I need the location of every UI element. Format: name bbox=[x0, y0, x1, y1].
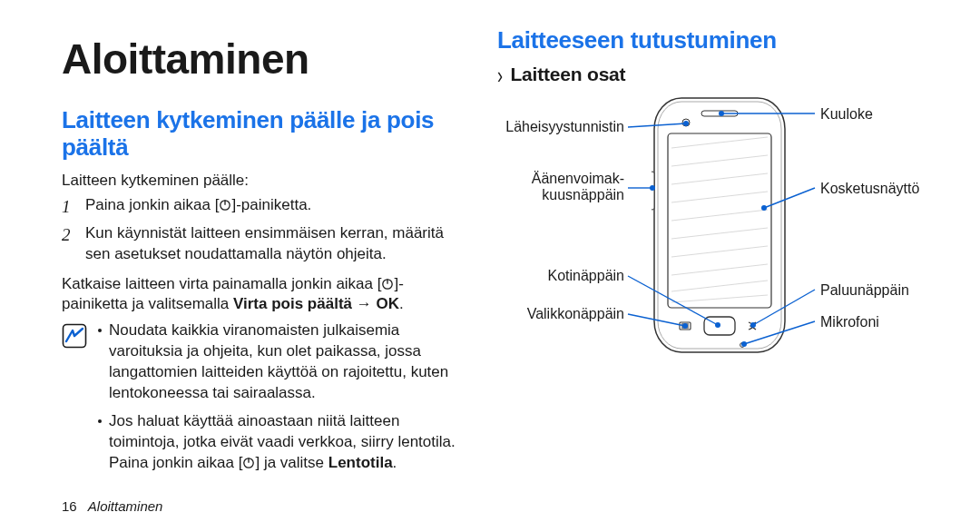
svg-point-40 bbox=[761, 205, 767, 211]
right-column: Laitteeseen tutustuminen › Laitteen osat bbox=[497, 27, 924, 481]
steps-list: 1 Paina jonkin aikaa []-painiketta. 2 Ku… bbox=[62, 195, 461, 269]
svg-point-34 bbox=[715, 322, 720, 328]
svg-point-32 bbox=[650, 185, 655, 191]
step-number: 2 bbox=[62, 223, 76, 269]
label-volume: Äänenvoimak-kuusnäppäin bbox=[497, 171, 624, 204]
label-home: Kotinäppäin bbox=[497, 268, 624, 284]
svg-line-33 bbox=[628, 276, 718, 325]
label-proximity: Läheisyystunnistin bbox=[497, 119, 624, 135]
label-back: Paluunäppäin bbox=[820, 282, 909, 299]
svg-line-35 bbox=[628, 314, 685, 326]
svg-line-29 bbox=[628, 123, 686, 127]
leader-lines bbox=[497, 94, 924, 375]
power-icon bbox=[219, 199, 231, 212]
chevron-right-icon: › bbox=[497, 64, 503, 90]
note-icon bbox=[62, 323, 87, 349]
label-mic: Mikrofoni bbox=[820, 314, 879, 330]
note-text: Noudata kaikkia viranomaisten julkaisemi… bbox=[109, 320, 461, 404]
svg-line-41 bbox=[753, 290, 815, 325]
left-column: Laitteen kytkeminen päälle ja pois päält… bbox=[62, 107, 461, 481]
page-footer: 16 Aloittaminen bbox=[62, 498, 162, 514]
section-heading-power: Laitteen kytkeminen päälle ja pois päält… bbox=[62, 107, 461, 162]
svg-line-39 bbox=[764, 188, 815, 208]
step-1: 1 Paina jonkin aikaa []-painiketta. bbox=[62, 195, 461, 220]
step-number: 1 bbox=[62, 195, 76, 220]
intro-text: Laitteen kytkeminen päälle: bbox=[62, 171, 461, 192]
power-icon bbox=[242, 457, 255, 469]
label-menu: Valikkonäppäin bbox=[497, 306, 624, 322]
svg-point-36 bbox=[682, 323, 688, 329]
power-icon bbox=[381, 278, 394, 291]
label-touchscreen: Kosketusnäyttö bbox=[820, 181, 919, 197]
columns: Laitteen kytkeminen päälle ja pois päält… bbox=[62, 107, 924, 481]
step-text: Paina jonkin aikaa []-painiketta. bbox=[85, 195, 311, 216]
subheading: Laitteen osat bbox=[510, 64, 625, 84]
step-text: Kun käynnistät laitteen ensimmäisen kerr… bbox=[85, 223, 461, 265]
page-number: 16 bbox=[62, 498, 77, 514]
note-item: Jos haluat käyttää ainoastaan niitä lait… bbox=[98, 411, 461, 478]
note-block: Noudata kaikkia viranomaisten julkaisemi… bbox=[62, 320, 461, 481]
section-heading-device: Laitteeseen tutustuminen bbox=[497, 27, 924, 54]
svg-point-38 bbox=[719, 111, 724, 116]
step-2: 2 Kun käynnistät laitteen ensimmäisen ke… bbox=[62, 223, 461, 269]
subheading-row: › Laitteen osat bbox=[497, 64, 924, 86]
device-diagram: Läheisyystunnistin Äänenvoimak-kuusnäppä… bbox=[497, 94, 924, 375]
bullet-icon bbox=[98, 419, 102, 423]
bullet-icon bbox=[98, 329, 102, 332]
note-text: Jos haluat käyttää ainoastaan niitä lait… bbox=[109, 411, 461, 474]
svg-point-44 bbox=[741, 341, 747, 347]
section-name: Aloittaminen bbox=[88, 498, 163, 514]
svg-point-30 bbox=[683, 121, 689, 126]
svg-point-42 bbox=[750, 322, 756, 328]
note-list: Noudata kaikkia viranomaisten julkaisemi… bbox=[98, 320, 461, 481]
note-item: Noudata kaikkia viranomaisten julkaisemi… bbox=[98, 320, 461, 408]
label-earpiece: Kuuloke bbox=[820, 106, 873, 123]
power-off-text: Katkaise laitteen virta painamalla jonki… bbox=[62, 274, 461, 316]
